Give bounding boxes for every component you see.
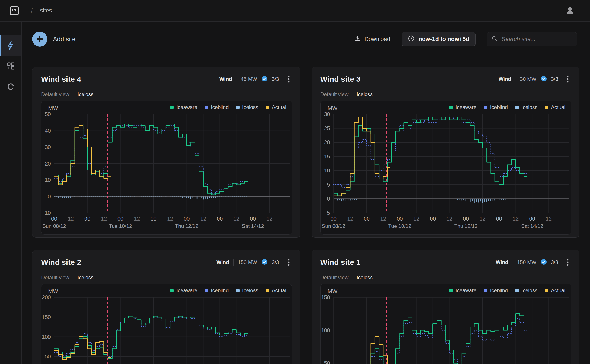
legend-swatch (545, 106, 549, 109)
x-tick-label: 12 (380, 216, 386, 222)
legend-item-iceaware[interactable]: Iceaware (170, 287, 197, 293)
series-iceloss (54, 196, 247, 200)
sidebar-item-sites[interactable] (0, 35, 21, 56)
check-badge-icon (541, 76, 547, 83)
tab-default-view[interactable]: Default view (41, 91, 69, 98)
tab-iceloss[interactable]: Iceloss (78, 91, 94, 98)
chart[interactable]: MW50403020100−10001200120012001200120012… (41, 101, 292, 234)
tab-iceloss[interactable]: Iceloss (357, 91, 373, 98)
tab-divider (100, 90, 100, 99)
y-tick-label: 50 (45, 353, 51, 359)
kebab-menu-button[interactable] (565, 258, 571, 267)
legend-item-iceblind[interactable]: Iceblind (205, 104, 229, 110)
site-title: Wind site 3 (320, 75, 361, 84)
legend-swatch (484, 289, 487, 292)
kebab-menu-button[interactable] (286, 75, 292, 84)
x-tick-label: 12 (200, 216, 206, 222)
chart-panel: IceawareIceblindIcelossActual MW30252015… (320, 101, 571, 234)
x-tick-label: 12 (512, 216, 518, 222)
sidebar-item-status[interactable] (0, 77, 21, 98)
x-tick-label: 00 (118, 216, 124, 222)
download-label: Download (365, 36, 390, 43)
x-tick-label: 00 (250, 216, 256, 222)
chart-legend: IceawareIceblindIcelossActual (170, 104, 286, 110)
legend-label: Actual (551, 104, 565, 110)
y-axis-unit: MW (327, 105, 338, 111)
kebab-menu-button[interactable] (286, 258, 292, 267)
site-capacity: 30 MW (520, 76, 537, 82)
legend-label: Iceaware (176, 287, 197, 293)
legend-item-iceaware[interactable]: Iceaware (170, 104, 197, 110)
time-range-button[interactable]: now-1d to now+5d (402, 32, 476, 46)
tab-default-view[interactable]: Default view (320, 274, 349, 280)
legend-item-iceloss[interactable]: Iceloss (515, 104, 537, 110)
site-status-count: 3/3 (551, 259, 558, 265)
x-tick-label: 12 (167, 216, 173, 222)
legend-swatch (265, 289, 269, 292)
legend-item-iceblind[interactable]: Iceblind (205, 287, 229, 293)
series-iceaware (54, 124, 248, 195)
series-actual (54, 337, 111, 360)
tab-default-view[interactable]: Default view (41, 274, 69, 280)
download-button[interactable]: Download (354, 35, 390, 43)
add-site-button[interactable]: Add site (32, 32, 75, 47)
breadcrumb[interactable]: sites (40, 7, 52, 14)
x-tick-label: 00 (430, 216, 436, 222)
site-card-wind-site-3: Wind site 3 Wind 30 MW 3/3 Default view … (312, 67, 580, 238)
legend-item-actual[interactable]: Actual (545, 287, 565, 293)
legend-swatch (170, 106, 174, 109)
legend-item-actual[interactable]: Actual (265, 104, 286, 110)
legend-item-iceblind[interactable]: Iceblind (484, 287, 508, 293)
tab-iceloss[interactable]: Iceloss (78, 274, 94, 280)
legend-item-iceblind[interactable]: Iceblind (484, 104, 508, 110)
chart-panel: IceawareIceblindIcelossActual MW50403020… (41, 101, 292, 234)
sidebar-item-dashboards[interactable] (0, 56, 21, 77)
site-type-label: Wind (496, 259, 508, 265)
brand-logo-icon[interactable] (9, 6, 19, 15)
legend-item-iceaware[interactable]: Iceaware (449, 287, 476, 293)
kebab-menu-button[interactable] (565, 75, 571, 84)
chart[interactable]: MW1501005000012001200120012001200120012S… (321, 284, 571, 364)
x-tick-label: 12 (413, 216, 419, 222)
person-icon[interactable] (565, 6, 575, 16)
y-tick-label: 15 (324, 154, 330, 160)
y-tick-label: 100 (42, 334, 51, 340)
breadcrumb-separator: / (31, 7, 33, 14)
chart-svg: MW50403020100−10001200120012001200120012… (41, 101, 292, 234)
site-capacity: 45 MW (241, 76, 257, 82)
tab-default-view[interactable]: Default view (320, 91, 349, 98)
chart-legend: IceawareIceblindIcelossActual (449, 287, 565, 293)
x-tick-label: 12 (68, 216, 74, 222)
x-tick-label: 00 (529, 216, 535, 222)
x-day-label: Sun 08/12 (42, 223, 66, 229)
legend-item-iceloss[interactable]: Iceloss (236, 104, 259, 110)
legend-item-iceloss[interactable]: Iceloss (236, 287, 259, 293)
tab-divider (100, 273, 100, 282)
y-tick-label: 0 (48, 194, 51, 200)
legend-item-iceaware[interactable]: Iceaware (449, 104, 476, 110)
x-tick-label: 12 (546, 216, 552, 222)
y-tick-label: 50 (45, 111, 51, 117)
legend-swatch (236, 289, 240, 292)
chart-svg: MW1501005000012001200120012001200120012S… (321, 284, 571, 364)
legend-item-iceloss[interactable]: Iceloss (515, 287, 537, 293)
add-site-label: Add site (53, 36, 75, 43)
site-card-wind-site-2: Wind site 2 Wind 150 MW 3/3 Default view… (32, 250, 300, 364)
y-tick-label: 150 (321, 294, 330, 300)
chart[interactable]: MW302520151050−5001200120012001200120012… (321, 101, 571, 234)
legend-item-actual[interactable]: Actual (265, 287, 286, 293)
search-input[interactable] (501, 36, 573, 43)
chart-panel: IceawareIceblindIcelossActual MW20015010… (41, 284, 292, 364)
y-tick-label: 50 (324, 360, 330, 364)
download-icon (354, 35, 361, 43)
site-title: Wind site 2 (41, 258, 81, 266)
site-type-label: Wind (217, 259, 229, 265)
legend-item-actual[interactable]: Actual (545, 104, 565, 110)
chart-panel: IceawareIceblindIcelossActual MW15010050… (320, 284, 571, 364)
tab-iceloss[interactable]: Iceloss (357, 274, 373, 280)
y-tick-label: 30 (45, 144, 51, 150)
chart[interactable]: MW200150100500−5000120012001200120012001… (41, 284, 292, 364)
x-tick-label: 12 (347, 216, 353, 222)
x-day-label: Tue 10/12 (109, 223, 132, 229)
site-type-label: Wind (498, 76, 511, 82)
